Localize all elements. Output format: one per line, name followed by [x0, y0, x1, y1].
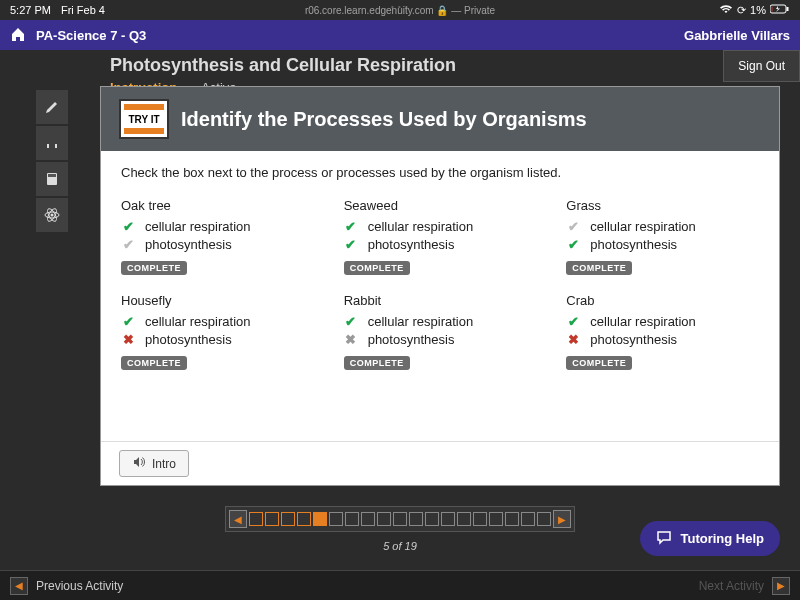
complete-badge: COMPLETE: [121, 356, 187, 370]
pager-box[interactable]: [377, 512, 391, 526]
chevron-left-icon: ◀: [10, 577, 28, 595]
next-activity-label: Next Activity: [699, 579, 764, 593]
check-icon: ✔: [344, 237, 358, 252]
battery-percent: 1%: [750, 4, 766, 16]
pager-box[interactable]: [473, 512, 487, 526]
check-icon: ✔: [121, 237, 135, 252]
process-option[interactable]: ✖photosynthesis: [121, 332, 314, 347]
pencil-tool[interactable]: [36, 90, 68, 124]
organism-name: Housefly: [121, 293, 314, 308]
check-icon: ✔: [344, 219, 358, 234]
pager-box[interactable]: [249, 512, 263, 526]
process-option[interactable]: ✔photosynthesis: [566, 237, 759, 252]
process-option[interactable]: ✖photosynthesis: [566, 332, 759, 347]
check-icon: ✔: [121, 219, 135, 234]
tutoring-help-button[interactable]: Tutoring Help: [640, 521, 780, 556]
card-prompt: Check the box next to the process or pro…: [121, 165, 759, 180]
process-option[interactable]: ✔cellular respiration: [344, 219, 537, 234]
atom-tool[interactable]: [36, 198, 68, 232]
process-label: photosynthesis: [368, 237, 455, 252]
pager-prev-button[interactable]: ◀: [229, 510, 247, 528]
status-url: r06.core.learn.edgenuity.com: [305, 5, 434, 16]
pager-box[interactable]: [489, 512, 503, 526]
wifi-icon: [719, 4, 733, 16]
pager-box[interactable]: [441, 512, 455, 526]
organism-name: Crab: [566, 293, 759, 308]
pager-box[interactable]: [297, 512, 311, 526]
complete-badge: COMPLETE: [121, 261, 187, 275]
process-option[interactable]: ✔photosynthesis: [344, 237, 537, 252]
process-label: photosynthesis: [145, 237, 232, 252]
course-title: PA-Science 7 - Q3: [36, 28, 146, 43]
organism-block: Seaweed✔cellular respiration✔photosynthe…: [344, 198, 537, 275]
previous-activity-button[interactable]: ◀ Previous Activity: [10, 577, 123, 595]
chevron-right-icon: ▶: [772, 577, 790, 595]
process-label: cellular respiration: [368, 219, 474, 234]
x-icon: ✖: [344, 332, 358, 347]
activity-card: TRY IT Identify the Processes Used by Or…: [100, 86, 780, 486]
battery-icon: [770, 4, 790, 16]
svg-rect-4: [48, 174, 56, 177]
organism-block: Crab✔cellular respiration✖photosynthesis…: [566, 293, 759, 370]
status-bar: 5:27 PM Fri Feb 4 • • • r06.core.learn.e…: [0, 0, 800, 20]
sign-out-link[interactable]: Sign Out: [738, 59, 785, 73]
pager-next-button[interactable]: ▶: [553, 510, 571, 528]
process-option[interactable]: ✔cellular respiration: [121, 314, 314, 329]
pager-box[interactable]: [393, 512, 407, 526]
organism-name: Rabbit: [344, 293, 537, 308]
status-date: Fri Feb 4: [61, 4, 105, 16]
x-icon: ✖: [566, 332, 580, 347]
pager-box[interactable]: [537, 512, 551, 526]
try-it-badge-label: TRY IT: [127, 114, 160, 125]
user-name[interactable]: Gabbrielle Villars: [684, 28, 790, 43]
pager-box[interactable]: [409, 512, 423, 526]
lesson-title: Photosynthesis and Cellular Respiration: [110, 55, 456, 76]
check-icon: ✔: [566, 219, 580, 234]
process-label: photosynthesis: [368, 332, 455, 347]
user-menu: Sign Out: [723, 50, 800, 82]
check-icon: ✔: [344, 314, 358, 329]
process-label: cellular respiration: [368, 314, 474, 329]
app-header: PA-Science 7 - Q3 Gabbrielle Villars: [0, 20, 800, 50]
tutoring-help-label: Tutoring Help: [680, 531, 764, 546]
try-it-badge-icon: TRY IT: [119, 99, 169, 139]
organism-name: Grass: [566, 198, 759, 213]
pager-box[interactable]: [457, 512, 471, 526]
pager-box[interactable]: [505, 512, 519, 526]
status-time: 5:27 PM: [10, 4, 51, 16]
process-option[interactable]: ✔cellular respiration: [566, 219, 759, 234]
pager-box[interactable]: [265, 512, 279, 526]
next-activity-button[interactable]: Next Activity ▶: [699, 577, 790, 595]
pager-box[interactable]: [345, 512, 359, 526]
process-option[interactable]: ✔cellular respiration: [566, 314, 759, 329]
previous-activity-label: Previous Activity: [36, 579, 123, 593]
intro-button[interactable]: Intro: [119, 450, 189, 477]
chat-icon: [656, 529, 672, 548]
headphones-tool[interactable]: [36, 126, 68, 160]
check-icon: ✔: [566, 314, 580, 329]
process-option[interactable]: ✔cellular respiration: [344, 314, 537, 329]
home-icon[interactable]: [10, 26, 26, 45]
pager-box[interactable]: [329, 512, 343, 526]
check-icon: ✔: [121, 314, 135, 329]
calculator-tool[interactable]: [36, 162, 68, 196]
process-label: photosynthesis: [590, 332, 677, 347]
complete-badge: COMPLETE: [344, 356, 410, 370]
process-label: cellular respiration: [145, 219, 251, 234]
organism-block: Grass✔cellular respiration✔photosynthesi…: [566, 198, 759, 275]
pager-box[interactable]: [361, 512, 375, 526]
process-label: cellular respiration: [145, 314, 251, 329]
pager-box[interactable]: [521, 512, 535, 526]
svg-point-5: [51, 214, 54, 217]
complete-badge: COMPLETE: [566, 356, 632, 370]
svg-rect-1: [787, 7, 789, 11]
status-url-suffix: — Private: [451, 5, 495, 16]
lock-icon: 🔒: [436, 5, 448, 16]
pager-box[interactable]: [425, 512, 439, 526]
pager-box[interactable]: [313, 512, 327, 526]
process-option[interactable]: ✔photosynthesis: [121, 237, 314, 252]
process-option[interactable]: ✔cellular respiration: [121, 219, 314, 234]
pager-box[interactable]: [281, 512, 295, 526]
process-option[interactable]: ✖photosynthesis: [344, 332, 537, 347]
side-toolbar: [36, 90, 68, 232]
